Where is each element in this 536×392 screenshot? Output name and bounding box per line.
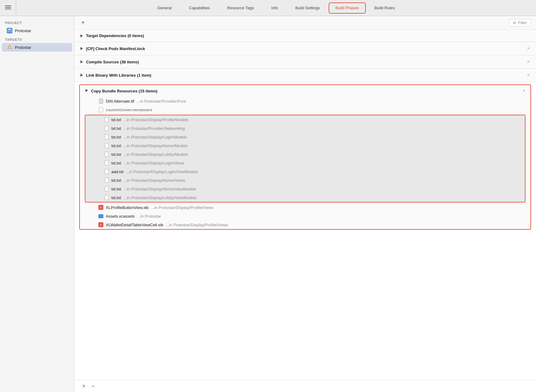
filter-button[interactable]: ⊜ Filter xyxy=(509,19,531,27)
filter-label: Filter xyxy=(518,20,527,25)
file-icon xyxy=(104,126,109,131)
tab-build-settings[interactable]: Build Settings xyxy=(287,0,329,16)
file-name: DIN Alternate.ttf xyxy=(106,99,134,104)
file-row[interactable]: txt.txt...in Protostar/Display/Login/Mod… xyxy=(85,133,525,141)
phase-section-link-binary: Link Binary With Libraries (1 item)× xyxy=(74,69,536,82)
file-name: txt.txt xyxy=(111,161,121,165)
content-toolbar: + ⊜ Filter xyxy=(74,16,536,30)
sidebar-item-target[interactable]: Protostar xyxy=(2,43,72,52)
file-name: txt.txt xyxy=(111,187,121,191)
file-name: txt.txt xyxy=(111,195,121,200)
file-row[interactable]: txt.txt...in Protostar/Display/Home/View… xyxy=(85,185,525,193)
remove-file-button[interactable]: − xyxy=(90,383,97,390)
phase-header-link-binary[interactable]: Link Binary With Libraries (1 item)× xyxy=(74,69,536,82)
file-icon xyxy=(104,151,109,157)
file-icon xyxy=(104,160,109,166)
file-row[interactable]: DIN Alternate.ttf...in Protostar/Provide… xyxy=(80,97,530,105)
svg-rect-1 xyxy=(9,29,11,30)
file-path: ...in Protostar/Display/Home/ViewModels xyxy=(123,187,196,191)
phase-section-check-pods: [CP] Check Pods Manifest.lock× xyxy=(74,42,536,55)
file-name: XLProfileButtonView.xib xyxy=(106,205,149,210)
file-icon xyxy=(98,213,103,219)
phase-triangle-target-dependencies xyxy=(80,34,83,37)
phase-section-target-dependencies: Target Dependencies (0 items) xyxy=(74,30,536,42)
file-row[interactable]: txt.txt...in Protostar/Display/Login/Vie… xyxy=(85,159,525,167)
tab-build-phases[interactable]: Build Phases xyxy=(329,2,366,14)
tab-bar: GeneralCapabilitiesResource TagsInfoBuil… xyxy=(0,0,536,16)
file-row[interactable]: aad.txt...in Protostar/Display/Login/Vie… xyxy=(85,167,525,176)
phases-container: Target Dependencies (0 items)[CP] Check … xyxy=(74,30,536,380)
file-icon xyxy=(104,186,109,192)
file-name: aad.txt xyxy=(111,169,123,174)
phase-title-copy-bundle-resources: Copy Bundle Resources (15 items) xyxy=(91,89,158,93)
phase-triangle-check-pods xyxy=(80,47,83,50)
tab-general[interactable]: General xyxy=(149,0,180,16)
file-row[interactable]: txt.txt...in Protostar/Display/Home/View… xyxy=(85,176,525,185)
phase-header-copy-bundle-resources[interactable]: Copy Bundle Resources (15 items)×DIN Alt… xyxy=(79,84,531,230)
file-row[interactable]: XXLProfileButtonView.xib...in Protostar/… xyxy=(80,203,530,212)
add-file-button[interactable]: + xyxy=(80,383,87,390)
file-row[interactable]: txt.txt...in Protostar/Display/Profile/M… xyxy=(85,115,525,124)
phase-header-compile-sources[interactable]: Compile Sources (38 items)× xyxy=(74,55,536,68)
file-icon xyxy=(104,177,109,183)
file-path: ...in Protostar/Display/Login/Views xyxy=(123,161,184,165)
file-path: ...in Protostar xyxy=(137,214,161,219)
add-phase-button[interactable]: + xyxy=(79,19,87,27)
tab-info[interactable]: Info xyxy=(263,0,287,16)
file-icon: X xyxy=(98,205,103,210)
file-name: txt.txt xyxy=(111,143,121,148)
file-path: ...in Protostar/Display/Lobby/Models xyxy=(123,152,188,157)
file-path: ...in Protostar/Display/Login/ViewModels xyxy=(126,169,198,174)
tab-resource-tags[interactable]: Resource Tags xyxy=(218,0,262,16)
phase-header-check-pods[interactable]: [CP] Check Pods Manifest.lock× xyxy=(74,42,536,55)
file-path: ...in Protostar/Display/Profile/Models xyxy=(123,117,188,122)
phase-triangle-compile-sources xyxy=(80,60,83,63)
file-icon xyxy=(98,107,103,113)
project-section-label: PROJECT xyxy=(0,19,74,26)
file-row[interactable]: XXLWalletDetailTableViewCell.xib...in Pr… xyxy=(80,220,530,229)
phase-header-target-dependencies[interactable]: Target Dependencies (0 items) xyxy=(74,30,536,42)
file-path: ...in Protostar/Provider/Networking xyxy=(123,126,185,131)
sidebar-item-project[interactable]: Protostar xyxy=(2,26,72,35)
file-path: ...in Protostar/Display/Home/Views xyxy=(123,178,185,183)
file-name: txt.txt xyxy=(111,152,121,157)
file-icon xyxy=(104,134,109,140)
svg-point-3 xyxy=(9,47,10,48)
tab-capabilities[interactable]: Capabilities xyxy=(180,0,218,16)
file-path: ...in Protostar/Display/Lobby/ViewModels xyxy=(123,195,197,200)
file-row[interactable]: txt.txt...in Protostar/Provider/Networki… xyxy=(85,124,525,133)
content-area: + ⊜ Filter Target Dependencies (0 items)… xyxy=(74,16,536,392)
file-row[interactable]: txt.txt...in Protostar/Display/Lobby/Vie… xyxy=(85,193,525,202)
sidebar-toggle[interactable] xyxy=(0,0,16,16)
phase-close-link-binary[interactable]: × xyxy=(527,72,530,78)
file-path: ...in Protostar/Display/Login/Models xyxy=(123,135,187,139)
phase-close-copy-bundle-resources[interactable]: × xyxy=(523,88,525,94)
file-icon xyxy=(104,117,109,122)
file-path: ...in Protostar/Display/Home/Models xyxy=(123,143,188,148)
main-layout: PROJECT Protostar TARGETS Protostar xyxy=(0,16,536,392)
file-path: ...in Protostar/Display/Profile/Views xyxy=(166,223,228,227)
file-name: txt.txt xyxy=(111,126,121,131)
phase-close-compile-sources[interactable]: × xyxy=(527,59,530,65)
phase-title-target-dependencies: Target Dependencies (0 items) xyxy=(86,33,144,38)
selection-box: txt.txt...in Protostar/Display/Profile/M… xyxy=(85,115,525,202)
tab-build-rules[interactable]: Build Rules xyxy=(366,0,404,16)
phase-triangle-copy-bundle-resources xyxy=(85,90,88,92)
phase-triangle-link-binary xyxy=(80,74,83,77)
project-icon xyxy=(7,28,12,33)
target-icon xyxy=(7,45,12,50)
file-row[interactable]: txt.txt...in Protostar/Display/Lobby/Mod… xyxy=(85,150,525,159)
file-icon xyxy=(104,169,109,174)
file-row[interactable]: txt.txt...in Protostar/Display/Home/Mode… xyxy=(85,141,525,150)
file-path: ...in Protostar/Display/Profile/Views xyxy=(151,205,214,210)
file-row[interactable]: Assets.xcassets...in Protostar xyxy=(80,212,530,220)
file-icon xyxy=(104,195,109,200)
targets-section-label: TARGETS xyxy=(0,35,74,43)
file-icon: X xyxy=(98,222,103,228)
file-name: Assets.xcassets xyxy=(106,214,135,219)
phase-close-check-pods[interactable]: × xyxy=(527,46,530,51)
file-row[interactable]: LaunchScreen.storyboard xyxy=(80,105,530,114)
project-name: Protostar xyxy=(15,28,31,33)
file-name: txt.txt xyxy=(111,135,121,139)
phase-title-compile-sources: Compile Sources (38 items) xyxy=(86,60,139,64)
